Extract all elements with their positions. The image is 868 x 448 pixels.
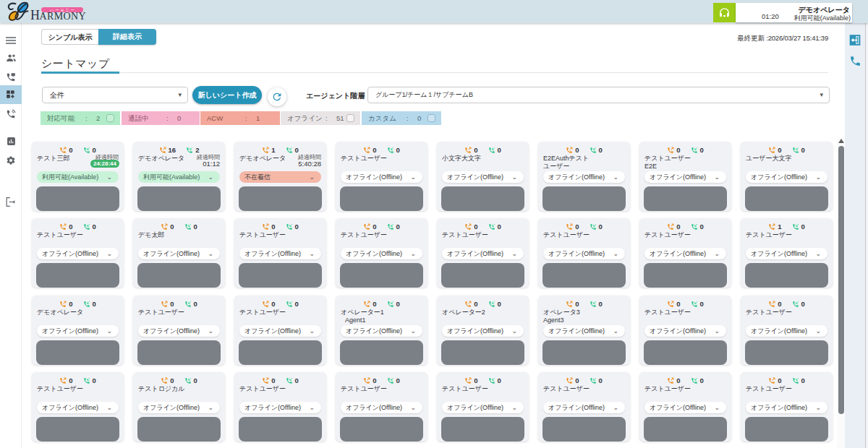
svg-text:H: H [30, 8, 40, 22]
svg-text:ARMONY: ARMONY [40, 11, 87, 22]
svg-text:ハ ー モ ニ ー: ハ ー モ ニ ー [49, 8, 75, 12]
